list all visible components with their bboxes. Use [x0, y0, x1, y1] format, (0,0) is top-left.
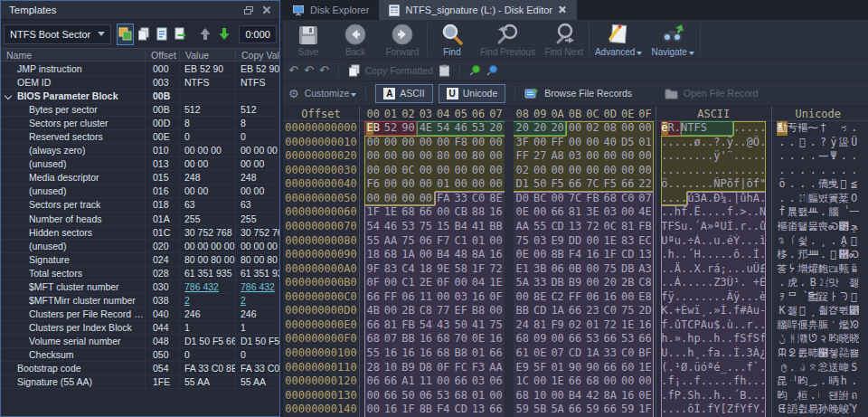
ascii-char-cell[interactable]: .: [668, 192, 675, 206]
template-table-row[interactable]: Clusters per Index Block04411: [1, 321, 279, 335]
unicode-char-cell[interactable]: ᘀ: [777, 403, 787, 417]
ascii-char-cell[interactable]: ;: [721, 262, 727, 277]
ascii-char-cell[interactable]: 3: [747, 346, 753, 361]
ascii-char-cell[interactable]: A: [701, 220, 707, 234]
unicode-char-cell[interactable]: .: [777, 136, 787, 150]
template-table-row[interactable]: $MFTMirr cluster number03822: [1, 294, 279, 308]
hex-byte-cell[interactable]: 00: [618, 121, 636, 136]
hex-byte-cell[interactable]: 00: [618, 374, 636, 389]
unicode-char-cell[interactable]: 忩: [818, 361, 828, 375]
hex-byte-cell[interactable]: 27: [532, 149, 549, 164]
tab-disk-explorer[interactable]: Disk Explorer: [283, 0, 379, 20]
ascii-char-cell[interactable]: Í: [727, 220, 733, 234]
unicode-char-cell[interactable]: ٵ: [788, 234, 797, 249]
ascii-char-cell[interactable]: .: [687, 276, 693, 290]
ascii-char-cell[interactable]: .: [701, 234, 707, 249]
unicode-char-cell[interactable]: ᘞ: [849, 318, 859, 333]
blue-pin-icon[interactable]: [486, 64, 498, 76]
hex-byte-cell[interactable]: 0E: [469, 332, 486, 346]
unicode-char-cell[interactable]: ?: [818, 136, 828, 150]
hex-byte-cell[interactable]: 53: [584, 332, 601, 346]
ascii-char-cell[interactable]: .: [661, 403, 667, 417]
ascii-char-cell[interactable]: .: [707, 332, 713, 346]
column-header-copy-value[interactable]: Copy Value: [236, 49, 279, 61]
ascii-char-cell[interactable]: .: [675, 346, 681, 361]
hex-byte-cell[interactable]: 54: [364, 220, 382, 234]
hex-byte-cell[interactable]: FC: [452, 361, 469, 375]
ascii-char-cell[interactable]: .: [661, 389, 667, 403]
ascii-char-cell[interactable]: w: [687, 304, 693, 318]
unicode-char-cell[interactable]: 晓: [839, 332, 849, 346]
template-offset-field[interactable]: 0:000: [239, 25, 277, 43]
ascii-char-cell[interactable]: .: [740, 276, 746, 290]
hex-byte-cell[interactable]: B9: [566, 276, 583, 290]
ascii-char-cell[interactable]: @: [747, 136, 753, 150]
ascii-char-cell[interactable]: .: [701, 177, 707, 192]
ascii-char-cell[interactable]: .: [707, 136, 713, 150]
ascii-char-cell[interactable]: .: [753, 121, 760, 136]
ascii-char-cell[interactable]: .: [721, 164, 727, 178]
ascii-char-cell[interactable]: S: [740, 332, 746, 346]
ascii-char-cell[interactable]: õ: [747, 177, 753, 192]
hex-byte-cell[interactable]: 0E: [514, 248, 531, 262]
ascii-char-cell[interactable]: .: [687, 220, 693, 234]
ascii-char-cell[interactable]: .: [721, 248, 727, 262]
hex-byte-cell[interactable]: 3E: [584, 205, 601, 220]
ascii-char-cell[interactable]: u: [675, 234, 681, 249]
ascii-char-cell[interactable]: f: [661, 318, 667, 333]
hex-byte-cell[interactable]: 53: [435, 389, 452, 403]
hex-byte-cell[interactable]: 00: [618, 164, 636, 178]
open-file-record-button[interactable]: Open File Record: [684, 88, 758, 99]
hex-byte-cell[interactable]: 66: [601, 332, 618, 346]
hex-byte-cell[interactable]: 00: [532, 248, 549, 262]
unicode-char-cell[interactable]: 喪: [818, 220, 828, 234]
ascii-char-cell[interactable]: r: [707, 262, 713, 277]
ascii-char-cell[interactable]: .: [681, 192, 687, 206]
unicode-char-cell[interactable]: Ḁ: [839, 234, 849, 249]
ascii-char-cell[interactable]: .: [668, 332, 675, 346]
ascii-char-cell[interactable]: .: [760, 149, 766, 164]
hex-byte-cell[interactable]: 1E: [618, 318, 636, 333]
hex-byte-cell[interactable]: 00: [532, 205, 549, 220]
unicode-char-cell[interactable]: ᘆ: [839, 290, 849, 305]
hex-byte-cell[interactable]: 00: [618, 149, 636, 164]
unicode-char-cell[interactable]: ᘖ: [788, 346, 797, 361]
hex-byte-cell[interactable]: 0B: [566, 262, 583, 277]
ascii-char-cell[interactable]: ´: [687, 248, 693, 262]
ascii-char-cell[interactable]: .: [694, 276, 701, 290]
ascii-char-cell[interactable]: Í: [721, 304, 727, 318]
unicode-char-cell[interactable]: : [797, 304, 807, 318]
ascii-char-cell[interactable]: _: [721, 361, 727, 375]
hex-byte-cell[interactable]: 66: [364, 290, 382, 305]
ascii-char-cell[interactable]: .: [687, 262, 693, 277]
hex-byte-cell[interactable]: F8: [452, 136, 469, 150]
hex-byte-cell[interactable]: 22: [637, 177, 654, 192]
hex-byte-cell[interactable]: 00: [417, 177, 434, 192]
find-next-button[interactable]: Find Next: [540, 20, 588, 59]
hex-byte-cell[interactable]: F6: [364, 177, 382, 192]
hex-byte-cell[interactable]: 46: [382, 220, 399, 234]
close-panel-icon[interactable]: [259, 4, 274, 16]
unicode-char-cell[interactable]: Ꮝ: [828, 220, 838, 234]
hex-byte-cell[interactable]: 00: [566, 136, 583, 150]
hex-byte-cell[interactable]: 1F: [637, 403, 654, 417]
unicode-char-cell[interactable]: .: [788, 136, 797, 150]
ascii-char-cell[interactable]: ï: [694, 304, 701, 318]
ascii-char-cell[interactable]: .: [668, 205, 675, 220]
ascii-char-cell[interactable]: ": [760, 177, 766, 192]
hex-byte-cell[interactable]: 75: [618, 304, 636, 318]
ascii-char-cell[interactable]: Á: [694, 234, 701, 249]
ascii-char-cell[interactable]: f: [707, 346, 713, 361]
ascii-char-cell[interactable]: .: [661, 248, 667, 262]
ascii-char-cell[interactable]: Õ: [753, 136, 760, 150]
ascii-char-cell[interactable]: ': [721, 149, 727, 164]
hex-byte-cell[interactable]: 03: [532, 234, 549, 249]
unicode-char-cell[interactable]: ᚊ: [807, 248, 817, 262]
ascii-char-cell[interactable]: .: [747, 374, 753, 389]
hex-byte-cell[interactable]: 00: [452, 276, 469, 290]
ascii-char-cell[interactable]: .: [687, 374, 693, 389]
hex-byte-cell[interactable]: 81: [566, 205, 583, 220]
unicode-char-cell[interactable]: 촇: [828, 346, 838, 361]
ascii-char-cell[interactable]: ´: [694, 220, 701, 234]
ascii-char-cell[interactable]: .: [760, 248, 766, 262]
